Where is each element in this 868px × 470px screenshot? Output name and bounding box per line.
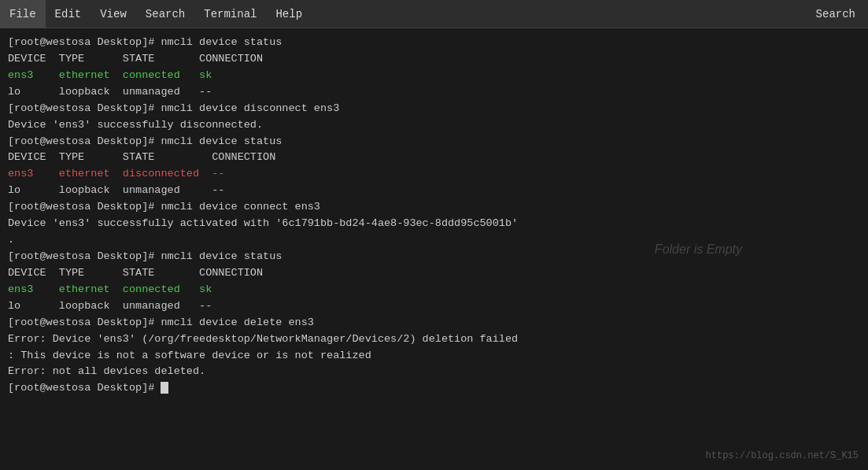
terminal-line: [root@westosa Desktop]# nmcli device sta… <box>8 134 860 150</box>
terminal-line: ens3 ethernet connected sk <box>8 282 860 298</box>
terminal-line: Device 'ens3' successfully disconnected. <box>8 117 860 134</box>
watermark-url: https://blog.csdn.net/S_K15 <box>706 449 859 464</box>
menu-search[interactable]: Search <box>136 0 194 28</box>
terminal-line: : This device is not a software device o… <box>8 348 860 365</box>
terminal-line: lo loopback unmanaged -- <box>8 84 860 101</box>
terminal-line: ens3 ethernet disconnected -- <box>8 166 860 183</box>
cursor-block <box>161 382 168 394</box>
menu-help[interactable]: Help <box>266 0 312 28</box>
menu-terminal[interactable]: Terminal <box>194 0 266 28</box>
terminal-line: lo loopback unmanaged -- <box>8 183 860 199</box>
terminal-line: DEVICE TYPE STATE CONNECTION <box>8 150 860 166</box>
terminal-line: [root@westosa Desktop]# nmcli device con… <box>8 199 860 216</box>
terminal-line: ens3 ethernet connected sk <box>8 68 860 84</box>
terminal-line: [root@westosa Desktop]# nmcli device sta… <box>8 35 860 51</box>
search-label: Search <box>803 8 868 20</box>
terminal-line: DEVICE TYPE STATE CONNECTION <box>8 265 860 282</box>
terminal-line: Error: not all devices deleted. <box>8 364 860 380</box>
folder-empty-text: Folder is Empty <box>655 239 742 259</box>
terminal-line: Error: Device 'ens3' (/org/freedesktop/N… <box>8 331 860 348</box>
terminal-line: [root@westosa Desktop]# <box>8 380 860 397</box>
menu-edit[interactable]: Edit <box>46 0 91 28</box>
menu-file[interactable]: File <box>0 0 46 28</box>
terminal-line: Device 'ens3' successfully activated wit… <box>8 216 860 232</box>
terminal-line: lo loopback unmanaged -- <box>8 298 860 315</box>
terminal-line: DEVICE TYPE STATE CONNECTION <box>8 51 860 68</box>
terminal-area[interactable]: [root@westosa Desktop]# nmcli device sta… <box>0 28 868 470</box>
menubar: File Edit View Search Terminal Help Sear… <box>0 0 868 28</box>
menu-view[interactable]: View <box>90 0 136 28</box>
terminal-line: [root@westosa Desktop]# nmcli device dis… <box>8 101 860 117</box>
terminal-line: [root@westosa Desktop]# nmcli device del… <box>8 315 860 331</box>
